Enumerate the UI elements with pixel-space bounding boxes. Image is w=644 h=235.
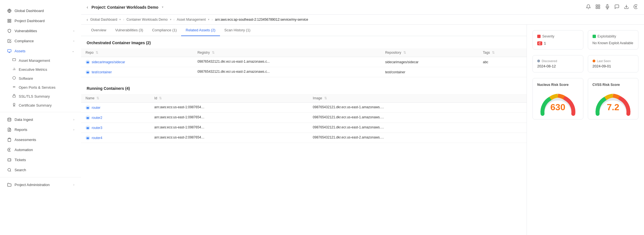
monitor-icon xyxy=(7,48,12,53)
sidebar-item-global-dashboard[interactable]: Global Dashboard xyxy=(0,6,81,16)
sidebar-item-label: Vulnerabilities xyxy=(15,29,70,33)
svg-rect-33 xyxy=(87,107,89,109)
tab-overview[interactable]: Overview xyxy=(87,25,111,36)
name-link-1[interactable]: router2 xyxy=(92,116,102,120)
severity-label: Severity xyxy=(537,34,579,39)
chevron-right-icon: › xyxy=(73,128,74,131)
sidebar-item-software[interactable]: Software xyxy=(0,74,81,83)
container-icon xyxy=(86,136,90,140)
sidebar-item-asset-management[interactable]: Asset Management xyxy=(0,56,81,65)
sidebar-item-data-ingest[interactable]: Data Ingest › xyxy=(0,114,81,124)
sidebar-item-compliance[interactable]: Compliance › xyxy=(0,36,81,46)
award-icon xyxy=(12,103,16,107)
svg-rect-36 xyxy=(87,137,89,139)
breadcrumb-back-button[interactable]: ‹ xyxy=(87,17,88,22)
topbar-actions xyxy=(586,4,638,10)
sidebar-item-automation[interactable]: Automation xyxy=(0,145,81,155)
sidebar-item-label: Reports xyxy=(15,128,70,132)
download-icon[interactable] xyxy=(624,4,629,10)
cell-image-2: 098765432121.dkr.ecr.us-east-1.amazonaws… xyxy=(308,123,527,133)
message-icon[interactable] xyxy=(614,4,619,10)
container-icon-1 xyxy=(86,70,90,74)
dates-row: Discovered 2024-08-12 Last Seen 2024-09-… xyxy=(532,55,638,72)
sidebar-item-project-admin[interactable]: Project Administration › xyxy=(0,180,81,190)
content-area: Overview Vulnerabilities (3) Compliance … xyxy=(81,25,644,235)
sidebar-item-assessments[interactable]: Assessments xyxy=(0,135,81,145)
exploit-text: No Known Exploit Available xyxy=(593,41,634,45)
cell-name-2: router3 xyxy=(81,123,150,133)
breadcrumb-asset-mgmt[interactable]: Asset Management xyxy=(177,18,206,22)
sidebar-item-label: Automation xyxy=(15,148,74,152)
breadcrumb-global[interactable]: Global Dashboard xyxy=(90,18,117,22)
container-icon xyxy=(86,116,90,120)
sidebar-item-certificate[interactable]: Certificate Summary xyxy=(0,101,81,110)
table-row: sidecarimages/sidecar 098765432121.dkr.e… xyxy=(81,57,527,67)
settings-icon xyxy=(7,147,12,152)
title-dropdown-icon[interactable]: ▾ xyxy=(162,5,164,9)
col-name[interactable]: Name ⇅ xyxy=(81,94,150,103)
package-icon xyxy=(12,76,16,81)
sidebar-item-tickets[interactable]: Tickets xyxy=(0,155,81,165)
shield-icon xyxy=(7,28,12,33)
sidebar-subitem-label: SSL/TLS Summary xyxy=(19,94,50,98)
sidebar-item-vulnerabilities[interactable]: Vulnerabilities › xyxy=(0,26,81,36)
repo-link-0[interactable]: sidecarimages/sidecar xyxy=(92,60,125,64)
chevron-right-icon: › xyxy=(73,29,74,32)
sidebar-item-executive-metrics[interactable]: Executive Metrics xyxy=(0,65,81,74)
svg-point-20 xyxy=(9,149,10,150)
name-link-0[interactable]: router xyxy=(92,106,100,110)
svg-rect-5 xyxy=(10,21,11,22)
repo-link-1[interactable]: test/container xyxy=(92,70,112,74)
chevron-right-icon: › xyxy=(73,183,74,186)
table-row: router arn:aws:ecs:us-east-1:09876543212… xyxy=(81,103,527,113)
sidebar-item-open-ports[interactable]: Open Ports & Services xyxy=(0,83,81,92)
sidebar-item-search[interactable]: Search xyxy=(0,165,81,175)
container-images-header: Orchestrated Container Images (2) xyxy=(81,36,527,48)
col-id[interactable]: Id ⇅ xyxy=(150,94,308,103)
severity-exploitability-row: Severity C 1 Exploitability xyxy=(532,30,638,50)
cell-image-1: 098765432121.dkr.ecr.us-east-1.amazonaws… xyxy=(308,113,527,123)
sidebar-subitem-label: Executive Metrics xyxy=(19,67,47,72)
cell-image-0: 098765432121.dkr.ecr.us-east-1.amazonaws… xyxy=(308,103,527,113)
cvss-gauge: 7.2 xyxy=(593,90,633,112)
col-tags[interactable]: Tags ⇅ xyxy=(478,48,527,57)
sidebar-item-ssl-tls[interactable]: SSL/TLS Summary xyxy=(0,92,81,101)
col-repository[interactable]: Repository ⇅ xyxy=(381,48,479,57)
sidebar-item-assets[interactable]: Assets ⌄ xyxy=(0,46,81,56)
tab-scan-history[interactable]: Scan History (1) xyxy=(220,25,255,36)
layout-icon[interactable] xyxy=(595,4,600,10)
scores-row: Nucleus Risk Score 630 xyxy=(532,78,638,119)
back-button[interactable]: ‹ xyxy=(87,5,88,10)
sidebar-item-reports[interactable]: Reports › xyxy=(0,124,81,135)
tab-vulnerabilities[interactable]: Vulnerabilities (3) xyxy=(111,25,148,36)
sidebar-item-label: Global Dashboard xyxy=(15,9,74,13)
chevron-right-icon: › xyxy=(73,39,74,43)
sidebar-item-project-dashboard[interactable]: Project Dashboard xyxy=(0,16,81,26)
table-row: test/container 098765432121.dkr.ecr.us-e… xyxy=(81,67,527,77)
tab-related-assets[interactable]: Related Assets (2) xyxy=(181,25,220,36)
col-registry[interactable]: Registry ⇅ xyxy=(193,48,381,57)
breadcrumb-dropdown-1[interactable]: ▾ xyxy=(170,18,171,21)
breadcrumb-project[interactable]: Container Workloads Demo xyxy=(126,18,167,22)
exploitability-card: Exploitability No Known Exploit Availabl… xyxy=(588,30,639,50)
col-repo[interactable]: Repo ⇅ xyxy=(81,48,193,57)
svg-rect-3 xyxy=(10,19,11,20)
breadcrumb-dropdown-2[interactable]: ▾ xyxy=(208,18,209,21)
breadcrumb-dropdown-0[interactable]: ▾ xyxy=(119,18,121,21)
svg-rect-6 xyxy=(8,49,11,52)
bell-icon[interactable] xyxy=(586,4,591,10)
name-link-3[interactable]: router4 xyxy=(92,136,102,140)
discovered-dot xyxy=(537,60,540,62)
name-link-2[interactable]: router3 xyxy=(92,126,102,130)
cell-name-3: router4 xyxy=(81,133,150,143)
config-icon[interactable] xyxy=(633,4,638,10)
page-title: Project: Container Workloads Demo xyxy=(91,5,158,10)
tab-compliance[interactable]: Compliance (1) xyxy=(148,25,181,36)
mic-icon[interactable] xyxy=(605,4,610,10)
last-seen-dot xyxy=(593,60,595,62)
box-icon xyxy=(12,58,16,63)
cell-tags-0: abc xyxy=(478,57,527,67)
col-image[interactable]: Image ⇅ xyxy=(308,94,527,103)
middle-panel: Overview Vulnerabilities (3) Compliance … xyxy=(81,25,527,235)
sidebar-section-main: Global Dashboard Project Dashboard Vulne… xyxy=(0,4,81,191)
